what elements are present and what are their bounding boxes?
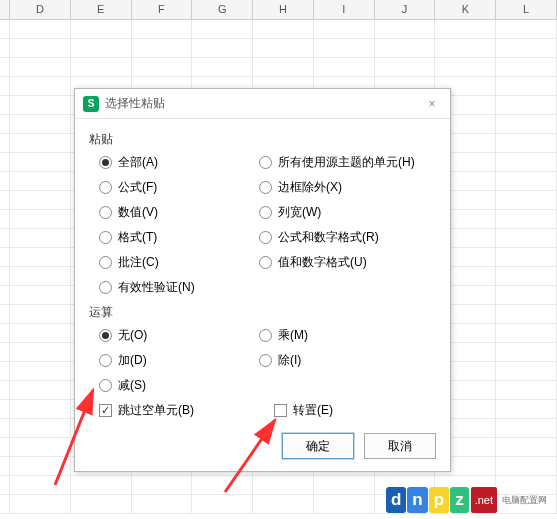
cell[interactable]: [10, 343, 71, 361]
cell[interactable]: [10, 58, 71, 76]
cell[interactable]: [10, 115, 71, 133]
cell[interactable]: [71, 58, 132, 76]
cell[interactable]: [71, 39, 132, 57]
cell[interactable]: [10, 305, 71, 323]
cell[interactable]: [496, 134, 557, 152]
paste-radio[interactable]: 列宽(W): [259, 204, 436, 221]
paste-radio[interactable]: 数值(V): [99, 204, 259, 221]
cell[interactable]: [0, 58, 10, 76]
cell[interactable]: [132, 20, 193, 38]
cell[interactable]: [10, 381, 71, 399]
cell[interactable]: [496, 115, 557, 133]
cell[interactable]: [0, 134, 10, 152]
cell[interactable]: [0, 191, 10, 209]
cell[interactable]: [496, 267, 557, 285]
paste-radio[interactable]: 有效性验证(N): [99, 279, 259, 296]
cell[interactable]: [10, 457, 71, 475]
col-header[interactable]: J: [375, 0, 436, 19]
cell[interactable]: [0, 39, 10, 57]
paste-radio[interactable]: 边框除外(X): [259, 179, 436, 196]
cell[interactable]: [10, 324, 71, 342]
cell[interactable]: [10, 172, 71, 190]
skip-blanks-checkbox[interactable]: 跳过空单元(B): [99, 402, 194, 419]
cell[interactable]: [496, 39, 557, 57]
paste-radio[interactable]: 全部(A): [99, 154, 259, 171]
cell[interactable]: [0, 457, 10, 475]
cell[interactable]: [496, 438, 557, 456]
cell[interactable]: [496, 58, 557, 76]
operation-radio[interactable]: 减(S): [99, 377, 259, 394]
cell[interactable]: [314, 39, 375, 57]
cell[interactable]: [132, 495, 193, 513]
cell[interactable]: [435, 20, 496, 38]
operation-radio[interactable]: 乘(M): [259, 327, 436, 344]
cell[interactable]: [496, 362, 557, 380]
cell[interactable]: [496, 172, 557, 190]
transpose-checkbox[interactable]: 转置(E): [274, 402, 333, 419]
cell[interactable]: [253, 20, 314, 38]
col-header[interactable]: E: [71, 0, 132, 19]
cell[interactable]: [0, 476, 10, 494]
cell[interactable]: [71, 495, 132, 513]
cell[interactable]: [192, 39, 253, 57]
cell[interactable]: [0, 438, 10, 456]
col-header[interactable]: G: [192, 0, 253, 19]
cell[interactable]: [132, 39, 193, 57]
cell[interactable]: [496, 248, 557, 266]
cell[interactable]: [10, 229, 71, 247]
cell[interactable]: [314, 495, 375, 513]
operation-radio[interactable]: 加(D): [99, 352, 259, 369]
cell[interactable]: [253, 495, 314, 513]
cell[interactable]: [10, 286, 71, 304]
cell[interactable]: [435, 39, 496, 57]
cell[interactable]: [375, 58, 436, 76]
cell[interactable]: [0, 20, 10, 38]
cell[interactable]: [0, 343, 10, 361]
cell[interactable]: [10, 134, 71, 152]
cell[interactable]: [10, 77, 71, 95]
cell[interactable]: [10, 495, 71, 513]
cell[interactable]: [10, 476, 71, 494]
paste-radio[interactable]: 格式(T): [99, 229, 259, 246]
cell[interactable]: [496, 305, 557, 323]
cell[interactable]: [435, 58, 496, 76]
cell[interactable]: [71, 476, 132, 494]
cell[interactable]: [0, 400, 10, 418]
cell[interactable]: [375, 39, 436, 57]
ok-button[interactable]: 确定: [282, 433, 354, 459]
cell[interactable]: [132, 476, 193, 494]
cell[interactable]: [10, 438, 71, 456]
cell[interactable]: [0, 210, 10, 228]
cell[interactable]: [0, 324, 10, 342]
cell[interactable]: [10, 248, 71, 266]
cell[interactable]: [0, 248, 10, 266]
operation-radio[interactable]: 除(I): [259, 352, 436, 369]
col-header[interactable]: K: [435, 0, 496, 19]
cell[interactable]: [0, 229, 10, 247]
cell[interactable]: [496, 400, 557, 418]
cell[interactable]: [253, 58, 314, 76]
cell[interactable]: [10, 419, 71, 437]
cell[interactable]: [192, 476, 253, 494]
cell[interactable]: [10, 96, 71, 114]
paste-radio[interactable]: 所有使用源主题的单元(H): [259, 154, 436, 171]
cell[interactable]: [0, 267, 10, 285]
cell[interactable]: [0, 96, 10, 114]
cell[interactable]: [314, 20, 375, 38]
cell[interactable]: [253, 476, 314, 494]
cell[interactable]: [10, 267, 71, 285]
col-header[interactable]: F: [132, 0, 193, 19]
paste-radio[interactable]: 公式(F): [99, 179, 259, 196]
cell[interactable]: [10, 153, 71, 171]
cell[interactable]: [192, 495, 253, 513]
close-button[interactable]: ×: [422, 94, 442, 114]
cell[interactable]: [0, 115, 10, 133]
cell[interactable]: [0, 153, 10, 171]
cell[interactable]: [10, 39, 71, 57]
cell[interactable]: [10, 191, 71, 209]
cell[interactable]: [10, 210, 71, 228]
cell[interactable]: [0, 495, 10, 513]
col-header[interactable]: L: [496, 0, 557, 19]
cell[interactable]: [132, 58, 193, 76]
cancel-button[interactable]: 取消: [364, 433, 436, 459]
